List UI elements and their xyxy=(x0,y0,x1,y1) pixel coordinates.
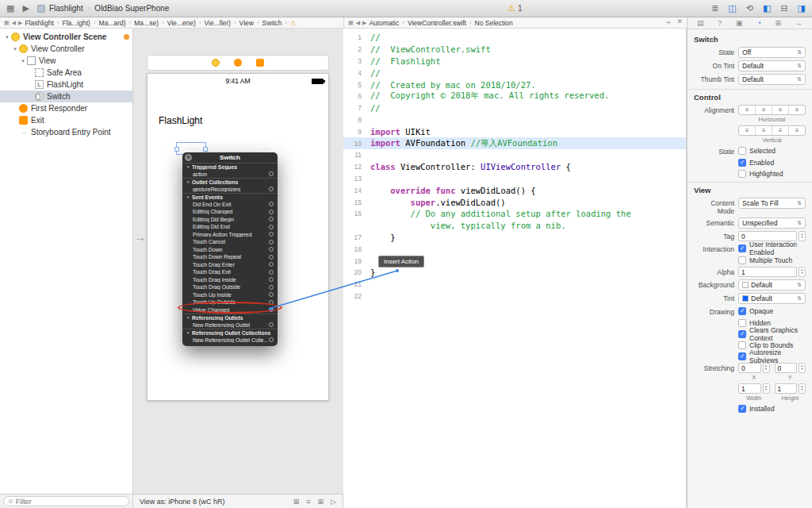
ib-crumb-ma-se[interactable]: Ma...se) xyxy=(134,19,159,27)
line-number[interactable]: 19 xyxy=(343,257,370,265)
hud-item-touch-up-inside[interactable]: Touch Up Inside xyxy=(182,291,278,299)
line-number[interactable]: 18 xyxy=(343,245,370,253)
stepper-control[interactable]: ▲▼ xyxy=(763,383,770,394)
code-crumb-automatic[interactable]: Automatic xyxy=(369,19,399,27)
stepper-control[interactable]: ▲▼ xyxy=(799,363,806,373)
code-line[interactable]: 21 xyxy=(343,279,686,291)
checkbox[interactable] xyxy=(738,319,746,327)
ib-crumb-vie-ene[interactable]: Vie...ene) xyxy=(167,19,196,27)
value-field[interactable]: 1 xyxy=(775,383,798,394)
outline-item-view[interactable]: ▼View xyxy=(0,55,132,67)
hud-item-touch-drag-enter[interactable]: Touch Drag Enter xyxy=(182,261,278,269)
line-number[interactable]: 22 xyxy=(343,292,370,300)
alignment-option-icon[interactable]: ≡ xyxy=(789,106,805,114)
hud-item-editing-did-end[interactable]: Editing Did End xyxy=(182,223,278,231)
connection-well[interactable] xyxy=(269,292,274,297)
hud-item-gesturerecognizers[interactable]: gestureRecognizers xyxy=(182,186,278,194)
code-line[interactable]: 20} xyxy=(343,267,686,279)
stepper-down-icon[interactable]: ▼ xyxy=(801,368,803,371)
line-number[interactable]: 5 xyxy=(343,81,370,89)
code-line[interactable]: 18 xyxy=(343,243,686,255)
hud-section-referencing-outlets[interactable]: ▼Referencing Outlets xyxy=(182,314,278,321)
close-assistant-icon[interactable]: ✕ xyxy=(676,17,683,28)
checkbox[interactable] xyxy=(738,307,746,315)
hud-item-touch-drag-exit[interactable]: Touch Drag Exit xyxy=(182,268,278,276)
back-icon[interactable]: ◀ xyxy=(12,20,16,26)
identity-inspector-tab[interactable]: ▣ xyxy=(736,19,743,27)
semantic-dropdown[interactable]: Unspecified⇅ xyxy=(738,217,806,229)
line-number[interactable]: 12 xyxy=(343,163,370,171)
hud-item-editing-did-begin[interactable]: Editing Did Begin xyxy=(182,216,278,224)
line-number[interactable]: 1 xyxy=(343,33,370,41)
highlighted-checkbox[interactable]: Highlighted xyxy=(738,169,806,178)
code-line[interactable]: 3// Flashlight xyxy=(343,56,686,67)
quick-help-inspector-tab[interactable]: ? xyxy=(718,19,722,27)
value-field[interactable]: 0 xyxy=(775,363,798,373)
code-line[interactable]: 9import UIKit xyxy=(343,125,686,137)
code-line[interactable]: 15 super.viewDidLoad() xyxy=(343,196,686,208)
hud-section-referencing-outlet-collections[interactable]: ▼Referencing Outlet Collections xyxy=(182,329,278,337)
value-field[interactable]: 0 xyxy=(738,363,761,373)
line-number[interactable]: 2 xyxy=(343,45,370,53)
line-number[interactable]: 7 xyxy=(343,104,370,112)
size-inspector-tab[interactable]: ⊞ xyxy=(776,19,782,27)
first-responder-icon[interactable] xyxy=(234,59,242,67)
connection-well[interactable] xyxy=(269,255,274,260)
related-items-icon[interactable]: ▦ xyxy=(348,20,354,26)
connection-well[interactable] xyxy=(269,240,274,244)
checkbox[interactable] xyxy=(738,330,746,338)
disclosure-icon[interactable]: ▼ xyxy=(19,59,27,64)
connection-well[interactable] xyxy=(269,187,274,191)
file-inspector-tab[interactable]: ▤ xyxy=(697,19,704,27)
outline-item-safe-area[interactable]: Safe Area xyxy=(0,67,132,79)
connection-well[interactable] xyxy=(269,202,274,206)
state-dropdown[interactable]: Off⇅ xyxy=(738,47,806,58)
code-line[interactable]: 16 // Do any additional setup after load… xyxy=(343,208,686,220)
code-line[interactable]: 2// ViewController.swift xyxy=(343,44,686,56)
filter-input[interactable] xyxy=(16,498,124,506)
outline-item-storyboard-entry-point[interactable]: →Storyboard Entry Point xyxy=(0,126,132,138)
content-mode-dropdown[interactable]: Scale To Fill⇅ xyxy=(738,198,806,209)
storyboard-canvas[interactable]: → 9:41 AM FlashLight ✕ Switch ▼Triggered… xyxy=(133,29,343,494)
jumpbar-warning-icon[interactable]: ⚠ xyxy=(290,19,297,27)
run-button[interactable]: ▶ xyxy=(22,4,29,13)
code-crumb-viewcontroller-swift[interactable]: ViewController.swift xyxy=(408,19,466,27)
assistant-editor-icon[interactable]: ◫ xyxy=(728,4,736,13)
alignment-option-icon[interactable]: ≡ xyxy=(772,106,789,114)
code-line[interactable]: 12class ViewController: UIViewController… xyxy=(343,161,686,173)
alignment-option-icon[interactable]: ≡ xyxy=(789,126,805,135)
outline-item-view-controller[interactable]: ▼View Controller xyxy=(0,43,132,55)
line-number[interactable]: 8 xyxy=(343,116,370,124)
view-as-button[interactable]: View as: iPhone 8 (wC hR) xyxy=(140,498,224,506)
filter-field[interactable]: ⊙ xyxy=(3,496,129,506)
scheme-selector[interactable]: Flashlight › OldBiao SuperPhone xyxy=(37,4,169,13)
line-number[interactable]: 3 xyxy=(343,57,370,65)
ib-crumb-vie-ller[interactable]: Vie...ller) xyxy=(205,19,231,27)
connection-well[interactable] xyxy=(269,270,274,275)
code-line[interactable]: 8 xyxy=(343,114,686,126)
background-dropdown[interactable]: Default⇅ xyxy=(738,279,806,291)
hud-item-touch-down[interactable]: Touch Down xyxy=(182,246,278,254)
hud-item-new-referencing-outlet[interactable]: New Referencing Outlet xyxy=(182,321,278,329)
connections-inspector-tab[interactable]: → xyxy=(795,19,802,27)
code-line[interactable]: 5// Created by mac on 2018/10/27. xyxy=(343,79,686,90)
debug-panel-toggle[interactable]: ⊟ xyxy=(780,4,787,13)
code-line[interactable]: 17 } xyxy=(343,232,686,244)
outline-item-exit[interactable]: Exit xyxy=(0,114,132,126)
line-number[interactable]: 21 xyxy=(343,280,370,288)
hud-section-triggered-segues[interactable]: ▼Triggered Segues xyxy=(182,163,278,171)
connection-well[interactable] xyxy=(269,217,274,221)
opaque-checkbox[interactable]: Opaque xyxy=(738,306,806,315)
checkbox[interactable] xyxy=(738,147,746,155)
multiple-touch-checkbox[interactable]: Multiple Touch xyxy=(738,256,806,264)
hud-section-outlet-collections[interactable]: ▼Outlet Collections xyxy=(182,178,278,186)
stepper-down-icon[interactable]: ▼ xyxy=(764,368,767,371)
enabled-checkbox[interactable]: Enabled xyxy=(738,158,806,167)
forward-icon[interactable]: ▶ xyxy=(18,20,22,26)
connection-well[interactable] xyxy=(269,232,274,237)
stepper-down-icon[interactable]: ▼ xyxy=(801,237,803,240)
connection-well[interactable] xyxy=(269,337,274,342)
connection-well[interactable] xyxy=(269,277,274,282)
disclosure-icon[interactable]: ▼ xyxy=(3,35,11,40)
checkbox[interactable] xyxy=(738,256,746,264)
